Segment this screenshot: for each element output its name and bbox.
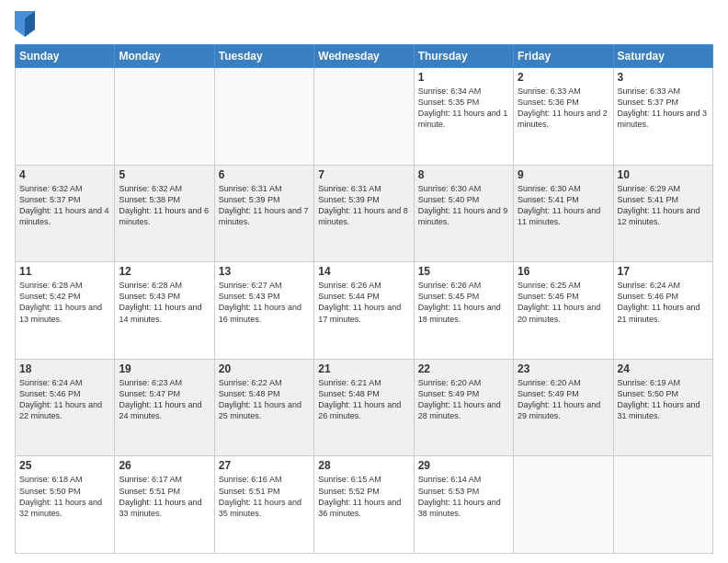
- day-info: Sunrise: 6:24 AM Sunset: 5:46 PM Dayligh…: [618, 280, 709, 325]
- calendar-cell-4-6: [613, 456, 712, 554]
- day-number: 20: [219, 362, 310, 375]
- day-info: Sunrise: 6:26 AM Sunset: 5:44 PM Dayligh…: [318, 280, 409, 325]
- calendar-row-4: 25Sunrise: 6:18 AM Sunset: 5:50 PM Dayli…: [16, 456, 713, 554]
- calendar-header-monday: Monday: [115, 45, 214, 68]
- calendar-cell-4-4: 29Sunrise: 6:14 AM Sunset: 5:53 PM Dayli…: [414, 456, 513, 554]
- calendar-cell-4-3: 28Sunrise: 6:15 AM Sunset: 5:52 PM Dayli…: [314, 456, 414, 554]
- day-info: Sunrise: 6:17 AM Sunset: 5:51 PM Dayligh…: [119, 474, 210, 519]
- day-number: 6: [219, 168, 310, 181]
- day-number: 12: [119, 265, 210, 278]
- calendar-cell-0-5: 2Sunrise: 6:33 AM Sunset: 5:36 PM Daylig…: [514, 68, 613, 166]
- calendar-cell-1-6: 10Sunrise: 6:29 AM Sunset: 5:41 PM Dayli…: [613, 165, 712, 262]
- day-number: 7: [318, 168, 409, 181]
- day-number: 10: [618, 168, 709, 181]
- calendar-cell-1-0: 4Sunrise: 6:32 AM Sunset: 5:37 PM Daylig…: [16, 165, 115, 262]
- calendar-cell-3-3: 21Sunrise: 6:21 AM Sunset: 5:48 PM Dayli…: [314, 359, 414, 456]
- logo: [15, 11, 39, 37]
- day-info: Sunrise: 6:26 AM Sunset: 5:45 PM Dayligh…: [418, 280, 509, 325]
- day-number: 15: [418, 265, 509, 278]
- calendar-header-row: SundayMondayTuesdayWednesdayThursdayFrid…: [16, 45, 713, 68]
- calendar-header-sunday: Sunday: [16, 45, 115, 68]
- day-number: 28: [318, 459, 409, 472]
- calendar-cell-0-2: [214, 68, 313, 166]
- calendar-cell-1-3: 7Sunrise: 6:31 AM Sunset: 5:39 PM Daylig…: [314, 165, 414, 262]
- calendar-table: SundayMondayTuesdayWednesdayThursdayFrid…: [15, 44, 713, 554]
- day-number: 1: [418, 71, 509, 84]
- day-info: Sunrise: 6:34 AM Sunset: 5:35 PM Dayligh…: [418, 86, 509, 131]
- day-number: 2: [518, 71, 609, 84]
- day-info: Sunrise: 6:20 AM Sunset: 5:49 PM Dayligh…: [418, 377, 509, 422]
- calendar-cell-1-5: 9Sunrise: 6:30 AM Sunset: 5:41 PM Daylig…: [514, 165, 613, 262]
- calendar-cell-4-1: 26Sunrise: 6:17 AM Sunset: 5:51 PM Dayli…: [115, 456, 214, 554]
- calendar-row-2: 11Sunrise: 6:28 AM Sunset: 5:42 PM Dayli…: [16, 262, 713, 360]
- calendar-cell-3-5: 23Sunrise: 6:20 AM Sunset: 5:49 PM Dayli…: [514, 359, 613, 456]
- day-number: 26: [119, 459, 210, 472]
- calendar-cell-3-6: 24Sunrise: 6:19 AM Sunset: 5:50 PM Dayli…: [613, 359, 712, 456]
- day-info: Sunrise: 6:31 AM Sunset: 5:39 PM Dayligh…: [318, 183, 409, 228]
- day-info: Sunrise: 6:15 AM Sunset: 5:52 PM Dayligh…: [318, 474, 409, 519]
- calendar-header-thursday: Thursday: [414, 45, 513, 68]
- day-info: Sunrise: 6:33 AM Sunset: 5:36 PM Dayligh…: [518, 86, 609, 131]
- day-info: Sunrise: 6:32 AM Sunset: 5:38 PM Dayligh…: [119, 183, 210, 228]
- calendar-cell-3-1: 19Sunrise: 6:23 AM Sunset: 5:47 PM Dayli…: [115, 359, 214, 456]
- day-number: 16: [518, 265, 609, 278]
- page: SundayMondayTuesdayWednesdayThursdayFrid…: [0, 0, 728, 563]
- calendar-header-wednesday: Wednesday: [314, 45, 414, 68]
- calendar-cell-2-5: 16Sunrise: 6:25 AM Sunset: 5:45 PM Dayli…: [514, 262, 613, 360]
- day-number: 29: [418, 459, 509, 472]
- calendar-row-0: 1Sunrise: 6:34 AM Sunset: 5:35 PM Daylig…: [16, 68, 713, 166]
- calendar-header-saturday: Saturday: [613, 45, 712, 68]
- calendar-cell-0-6: 3Sunrise: 6:33 AM Sunset: 5:37 PM Daylig…: [613, 68, 712, 166]
- day-info: Sunrise: 6:23 AM Sunset: 5:47 PM Dayligh…: [119, 377, 210, 422]
- day-info: Sunrise: 6:20 AM Sunset: 5:49 PM Dayligh…: [518, 377, 609, 422]
- day-info: Sunrise: 6:22 AM Sunset: 5:48 PM Dayligh…: [219, 377, 310, 422]
- calendar-cell-2-4: 15Sunrise: 6:26 AM Sunset: 5:45 PM Dayli…: [414, 262, 513, 360]
- day-info: Sunrise: 6:19 AM Sunset: 5:50 PM Dayligh…: [618, 377, 709, 422]
- day-info: Sunrise: 6:28 AM Sunset: 5:43 PM Dayligh…: [119, 280, 210, 325]
- day-info: Sunrise: 6:31 AM Sunset: 5:39 PM Dayligh…: [219, 183, 310, 228]
- calendar-cell-4-2: 27Sunrise: 6:16 AM Sunset: 5:51 PM Dayli…: [214, 456, 313, 554]
- calendar-cell-1-1: 5Sunrise: 6:32 AM Sunset: 5:38 PM Daylig…: [115, 165, 214, 262]
- day-number: 11: [19, 265, 110, 278]
- day-number: 5: [119, 168, 210, 181]
- day-number: 21: [318, 362, 409, 375]
- day-info: Sunrise: 6:16 AM Sunset: 5:51 PM Dayligh…: [219, 474, 310, 519]
- day-info: Sunrise: 6:28 AM Sunset: 5:42 PM Dayligh…: [19, 280, 110, 325]
- calendar-cell-0-1: [115, 68, 214, 166]
- day-info: Sunrise: 6:30 AM Sunset: 5:40 PM Dayligh…: [418, 183, 509, 228]
- day-number: 4: [19, 168, 110, 181]
- calendar-cell-2-6: 17Sunrise: 6:24 AM Sunset: 5:46 PM Dayli…: [613, 262, 712, 360]
- day-number: 25: [19, 459, 110, 472]
- calendar-cell-2-2: 13Sunrise: 6:27 AM Sunset: 5:43 PM Dayli…: [214, 262, 313, 360]
- day-number: 27: [219, 459, 310, 472]
- calendar-row-1: 4Sunrise: 6:32 AM Sunset: 5:37 PM Daylig…: [16, 165, 713, 262]
- day-number: 24: [618, 362, 709, 375]
- day-info: Sunrise: 6:25 AM Sunset: 5:45 PM Dayligh…: [518, 280, 609, 325]
- day-info: Sunrise: 6:30 AM Sunset: 5:41 PM Dayligh…: [518, 183, 609, 228]
- day-number: 18: [19, 362, 110, 375]
- day-number: 14: [318, 265, 409, 278]
- day-info: Sunrise: 6:14 AM Sunset: 5:53 PM Dayligh…: [418, 474, 509, 519]
- logo-icon: [15, 11, 35, 37]
- calendar-cell-3-4: 22Sunrise: 6:20 AM Sunset: 5:49 PM Dayli…: [414, 359, 513, 456]
- calendar-cell-4-5: [514, 456, 613, 554]
- day-info: Sunrise: 6:27 AM Sunset: 5:43 PM Dayligh…: [219, 280, 310, 325]
- day-number: 23: [518, 362, 609, 375]
- calendar-header-friday: Friday: [514, 45, 613, 68]
- day-info: Sunrise: 6:24 AM Sunset: 5:46 PM Dayligh…: [19, 377, 110, 422]
- day-number: 3: [618, 71, 709, 84]
- calendar-cell-0-3: [314, 68, 414, 166]
- calendar-cell-3-2: 20Sunrise: 6:22 AM Sunset: 5:48 PM Dayli…: [214, 359, 313, 456]
- calendar-cell-2-1: 12Sunrise: 6:28 AM Sunset: 5:43 PM Dayli…: [115, 262, 214, 360]
- calendar-cell-0-0: [16, 68, 115, 166]
- day-info: Sunrise: 6:21 AM Sunset: 5:48 PM Dayligh…: [318, 377, 409, 422]
- calendar-cell-1-4: 8Sunrise: 6:30 AM Sunset: 5:40 PM Daylig…: [414, 165, 513, 262]
- day-number: 19: [119, 362, 210, 375]
- day-info: Sunrise: 6:18 AM Sunset: 5:50 PM Dayligh…: [19, 474, 110, 519]
- day-number: 22: [418, 362, 509, 375]
- day-number: 13: [219, 265, 310, 278]
- calendar-cell-3-0: 18Sunrise: 6:24 AM Sunset: 5:46 PM Dayli…: [16, 359, 115, 456]
- day-number: 17: [618, 265, 709, 278]
- calendar-header-tuesday: Tuesday: [214, 45, 313, 68]
- header: [15, 11, 713, 37]
